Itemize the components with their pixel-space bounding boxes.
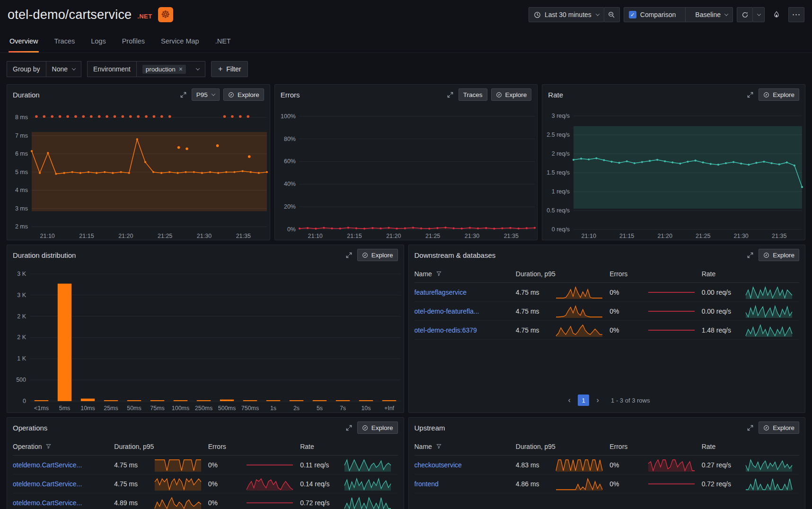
comparison-checkbox[interactable]: ✓ — [629, 11, 636, 18]
explore-button[interactable]: Explore — [357, 421, 398, 434]
errors-value: 0% — [208, 480, 218, 488]
rate-sparkline — [745, 323, 793, 337]
environment-chip[interactable]: production × — [142, 65, 186, 74]
explore-button[interactable]: Explore — [223, 88, 264, 101]
column-header-name[interactable]: Name — [415, 270, 516, 278]
explore-button[interactable]: Explore — [357, 249, 398, 261]
column-header-name[interactable]: Name — [415, 443, 516, 450]
traces-button[interactable]: Traces — [459, 88, 487, 101]
group-by-dropdown[interactable]: None — [46, 61, 81, 77]
expand-icon[interactable] — [344, 423, 353, 432]
table-row: frontend 4.86 ms 0% 0.72 req/s — [415, 474, 800, 493]
zoom-out-icon — [608, 11, 615, 18]
panel-actions: Explore — [344, 421, 398, 434]
column-header-rate[interactable]: Rate — [300, 443, 397, 450]
explore-button[interactable]: Explore — [759, 421, 799, 434]
expand-icon[interactable] — [746, 423, 755, 432]
expand-icon[interactable] — [446, 90, 455, 99]
rate-chart[interactable]: 3 req/s2.5 req/s2 req/s1.5 req/s1 req/s0… — [542, 105, 805, 240]
panel-actions: Explore — [746, 249, 799, 261]
flame-graph-button[interactable] — [768, 7, 785, 22]
svg-text:6 ms: 6 ms — [15, 150, 28, 157]
panel-title: Rate — [548, 91, 563, 99]
filter-icon[interactable] — [436, 443, 442, 449]
column-header-rate[interactable]: Rate — [702, 270, 799, 278]
panel-title: Upstream — [415, 424, 445, 432]
svg-text:21:15: 21:15 — [79, 233, 94, 239]
errors-value: 0% — [208, 499, 218, 507]
service-link[interactable]: featureflagservice — [415, 289, 467, 296]
column-header-duration[interactable]: Duration, p95 — [516, 270, 609, 278]
service-link[interactable]: frontend — [415, 480, 439, 488]
explore-label: Explore — [505, 91, 527, 98]
duration-distribution-chart[interactable]: 3 K3 K2 K2 K1 K5000<1ms5ms10ms25ms50ms75… — [7, 265, 404, 412]
expand-icon[interactable] — [746, 251, 755, 260]
column-header-errors[interactable]: Errors — [609, 270, 701, 278]
page-1-button[interactable]: 1 — [578, 395, 589, 406]
duration-chart[interactable]: 8 ms7 ms6 ms5 ms4 ms3 ms2 ms21:1021:1521… — [7, 105, 270, 240]
zoom-out-button[interactable] — [604, 7, 620, 22]
column-label: Operation — [13, 443, 42, 450]
rate-sparkline — [344, 458, 391, 472]
comparison-control: ✓ Comparison Baseline — [624, 7, 733, 22]
errors-sparkline — [246, 496, 293, 509]
explore-label: Explore — [773, 252, 794, 259]
group-by-control: Group by None — [7, 61, 81, 77]
column-header-errors[interactable]: Errors — [208, 443, 300, 450]
duration-sparkline — [556, 323, 603, 337]
expand-icon[interactable] — [179, 90, 188, 99]
panel-actions: Explore — [746, 88, 799, 101]
panel-upstream: Upstream Explore Name Duration, p95 Erro… — [408, 417, 806, 509]
column-header-rate[interactable]: Rate — [702, 443, 799, 450]
duration-value: 4.75 ms — [114, 480, 138, 488]
duration-value: 4.89 ms — [114, 499, 138, 507]
column-header-duration[interactable]: Duration, p95 — [114, 443, 208, 450]
svg-text:3 ms: 3 ms — [15, 205, 28, 212]
add-filter-button[interactable]: + Filter — [211, 61, 248, 77]
service-link[interactable]: otel-demo-redis:6379 — [415, 326, 477, 334]
rate-value: 0.00 req/s — [702, 307, 731, 315]
column-header-errors[interactable]: Errors — [609, 443, 701, 450]
refresh-button[interactable] — [737, 7, 753, 22]
service-link[interactable]: checkoutservice — [415, 461, 462, 469]
filter-icon[interactable] — [436, 271, 442, 277]
chevron-down-icon — [724, 12, 728, 16]
operation-link[interactable]: oteldemo.CartService... — [13, 480, 82, 488]
rate-sparkline — [344, 496, 391, 509]
environment-dropdown[interactable]: production × — [136, 61, 205, 77]
tab-traces[interactable]: Traces — [53, 31, 76, 53]
svg-text:80%: 80% — [284, 136, 296, 142]
filter-icon[interactable] — [45, 443, 52, 449]
dashboard-grid: Duration P95 Explore 8 ms7 ms6 ms5 ms4 m… — [0, 84, 812, 509]
environment-value: production — [146, 66, 176, 73]
panel-title: Duration distribution — [13, 251, 76, 259]
panel-duration: Duration P95 Explore 8 ms7 ms6 ms5 ms4 m… — [7, 84, 270, 240]
baseline-dropdown[interactable]: Baseline — [690, 11, 733, 18]
panel-actions: Explore — [344, 249, 398, 261]
tab-service-map[interactable]: Service Map — [160, 31, 200, 53]
column-header-operation[interactable]: Operation — [13, 443, 114, 450]
time-range-picker[interactable]: Last 30 minutes — [529, 7, 604, 22]
prev-page-button[interactable]: ‹ — [564, 395, 575, 406]
refresh-interval-dropdown[interactable] — [752, 7, 765, 22]
percentile-dropdown[interactable]: P95 — [192, 88, 220, 101]
tab-overview[interactable]: Overview — [9, 31, 39, 53]
explore-button[interactable]: Explore — [759, 249, 799, 261]
rate-sparkline — [745, 304, 793, 318]
next-page-button[interactable]: › — [592, 395, 603, 406]
operation-link[interactable]: oteldemo.CartService... — [13, 461, 82, 469]
tab-dotnet[interactable]: .NET — [214, 31, 232, 53]
tab-logs[interactable]: Logs — [90, 31, 106, 53]
explore-button[interactable]: Explore — [759, 88, 799, 101]
errors-chart[interactable]: 100%80%60%40%20%0%21:1021:1521:2021:2521… — [275, 105, 538, 240]
svg-text:21:20: 21:20 — [118, 233, 133, 239]
service-link[interactable]: otel-demo-featurefla... — [415, 307, 479, 315]
more-options-button[interactable]: ⋯ — [788, 7, 804, 22]
expand-icon[interactable] — [344, 251, 353, 260]
tab-profiles[interactable]: Profiles — [121, 31, 146, 53]
remove-filter-icon[interactable]: × — [179, 66, 183, 72]
operation-link[interactable]: oteldemo.CartService... — [13, 499, 82, 507]
column-header-duration[interactable]: Duration, p95 — [516, 443, 609, 450]
expand-icon[interactable] — [746, 90, 755, 99]
explore-button[interactable]: Explore — [491, 88, 532, 101]
